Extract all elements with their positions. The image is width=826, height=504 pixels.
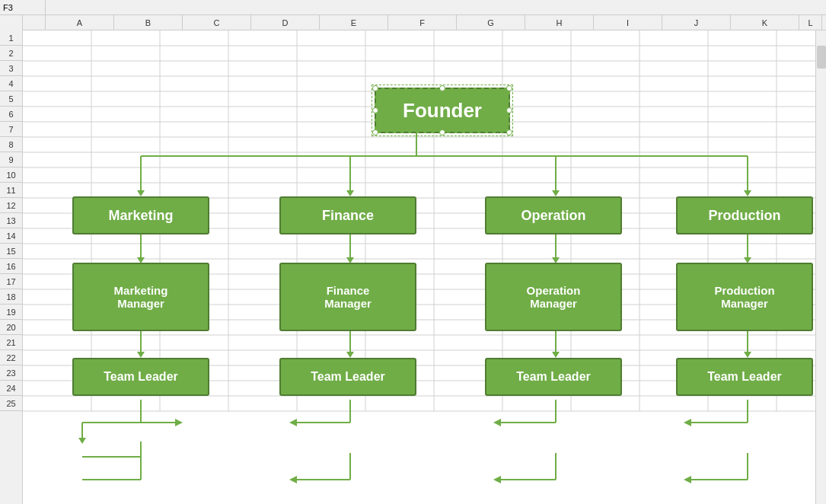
marketing-manager-box[interactable]: MarketingManager <box>72 263 209 331</box>
marketing-dept-box[interactable]: Marketing <box>72 196 209 234</box>
production-dept-box[interactable]: Production <box>676 196 813 234</box>
row-num: 9 <box>0 152 22 167</box>
scrollbar-thumb[interactable] <box>817 46 826 69</box>
row-num: 8 <box>0 137 22 152</box>
vertical-scrollbar[interactable] <box>815 30 826 504</box>
svg-marker-69 <box>78 438 86 444</box>
marketing-label: Marketing <box>108 208 173 224</box>
svg-marker-63 <box>552 352 560 358</box>
col-header-I[interactable]: I <box>594 15 662 30</box>
svg-marker-81 <box>289 476 297 483</box>
finance-label: Finance <box>322 208 374 224</box>
production-manager-box[interactable]: ProductionManager <box>676 263 813 331</box>
row-num: 23 <box>0 365 22 381</box>
svg-marker-87 <box>493 476 501 483</box>
column-headers: A B C D E F G H I J K L <box>0 15 826 30</box>
row-num: 10 <box>0 167 22 183</box>
row-num: 11 <box>0 183 22 198</box>
svg-marker-46 <box>552 190 560 196</box>
col-header-K[interactable]: K <box>731 15 799 30</box>
col-header-B[interactable]: B <box>114 15 183 30</box>
row-num: 6 <box>0 107 22 122</box>
founder-label: Founder <box>403 99 482 123</box>
row-num: 4 <box>0 76 22 91</box>
team-leader-production-box[interactable]: Team Leader <box>676 358 813 396</box>
corner-cell <box>0 15 23 30</box>
cells-area[interactable]: Founder Marketing <box>23 30 826 504</box>
founder-box[interactable]: Founder <box>375 88 510 133</box>
handle-ml[interactable] <box>372 107 378 113</box>
row-num: 20 <box>0 320 22 335</box>
finance-manager-label: FinanceManager <box>324 284 372 310</box>
col-header-C[interactable]: C <box>183 15 251 30</box>
production-label: Production <box>709 208 781 224</box>
marketing-manager-label: MarketingManager <box>114 284 168 310</box>
name-box[interactable]: F3 <box>0 0 46 14</box>
svg-marker-49 <box>744 190 751 196</box>
row-num: 21 <box>0 335 22 350</box>
row-num: 22 <box>0 350 22 365</box>
handle-tl[interactable] <box>372 85 378 91</box>
col-header-D[interactable]: D <box>251 15 320 30</box>
operation-label: Operation <box>521 208 585 224</box>
team-leader-marketing-box[interactable]: Team Leader <box>72 358 209 396</box>
row-num: 7 <box>0 122 22 137</box>
spreadsheet: F3 A B C D E F G H I J K L 1 2 3 4 <box>0 0 826 504</box>
team-leader-finance-box[interactable]: Team Leader <box>279 358 416 396</box>
handle-mr[interactable] <box>506 107 512 113</box>
col-header-A[interactable]: A <box>46 15 114 30</box>
row-num: 17 <box>0 274 22 289</box>
sheet-area: A B C D E F G H I J K L 1 2 3 4 5 6 7 8 <box>0 15 826 504</box>
col-header-F[interactable]: F <box>388 15 457 30</box>
row-num: 24 <box>0 381 22 396</box>
team-leader-marketing-label: Team Leader <box>104 370 178 384</box>
row-num: 14 <box>0 228 22 244</box>
row-num: 19 <box>0 305 22 320</box>
svg-marker-78 <box>289 419 297 426</box>
row-num: 1 <box>0 30 22 46</box>
svg-marker-43 <box>346 190 354 196</box>
col-header-num <box>23 15 46 30</box>
svg-marker-73 <box>175 419 183 426</box>
main-area: 1 2 3 4 5 6 7 8 9 10 11 12 13 14 15 16 1… <box>0 30 826 504</box>
operation-manager-box[interactable]: OperationManager <box>485 263 622 331</box>
formula-bar: F3 <box>0 0 826 15</box>
handle-tr[interactable] <box>506 85 512 91</box>
row-num: 13 <box>0 213 22 228</box>
operation-manager-label: OperationManager <box>527 284 581 310</box>
row-num: 25 <box>0 396 22 411</box>
handle-top[interactable] <box>439 85 445 91</box>
finance-manager-box[interactable]: FinanceManager <box>279 263 416 331</box>
handle-br[interactable] <box>506 129 512 136</box>
team-leader-production-label: Team Leader <box>707 370 782 384</box>
row-num: 16 <box>0 259 22 274</box>
row-num: 18 <box>0 289 22 305</box>
row-num: 5 <box>0 91 22 107</box>
row-num: 3 <box>0 61 22 76</box>
col-header-H[interactable]: H <box>525 15 594 30</box>
team-leader-operation-label: Team Leader <box>516 370 591 384</box>
col-header-J[interactable]: J <box>662 15 731 30</box>
svg-marker-40 <box>137 190 145 196</box>
svg-marker-61 <box>346 352 354 358</box>
row-headers: 1 2 3 4 5 6 7 8 9 10 11 12 13 14 15 16 1… <box>0 30 23 504</box>
col-header-E[interactable]: E <box>320 15 388 30</box>
production-manager-label: ProductionManager <box>714 284 774 310</box>
handle-bl[interactable] <box>372 129 378 136</box>
svg-marker-59 <box>137 352 145 358</box>
col-header-L[interactable]: L <box>799 15 822 30</box>
team-leader-operation-box[interactable]: Team Leader <box>485 358 622 396</box>
handle-bottom[interactable] <box>439 129 445 136</box>
row-num: 2 <box>0 46 22 61</box>
col-header-G[interactable]: G <box>457 15 525 30</box>
row-num: 15 <box>0 244 22 259</box>
row-num: 12 <box>0 198 22 213</box>
finance-dept-box[interactable]: Finance <box>279 196 416 234</box>
svg-marker-93 <box>684 476 691 483</box>
team-leader-finance-label: Team Leader <box>311 370 385 384</box>
operation-dept-box[interactable]: Operation <box>485 196 622 234</box>
svg-marker-84 <box>493 419 501 426</box>
svg-marker-90 <box>684 419 691 426</box>
svg-marker-65 <box>744 352 751 358</box>
